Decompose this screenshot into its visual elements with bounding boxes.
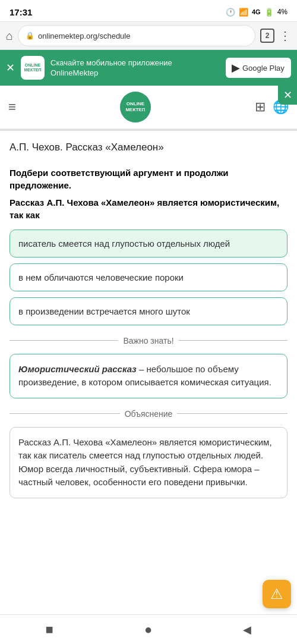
site-header: ≡ ONLINE МЕКТЕП ⊞ 🌐 ✕ [0, 86, 297, 129]
main-content: А.П. Чехов. Рассказ «Хамелеон» Подбери с… [0, 131, 297, 510]
signal-icon: 4G [252, 8, 261, 15]
explanation-box: Рассказ А.П. Чехова «Хамелеон» является … [10, 427, 287, 498]
wifi-icon: 📶 [239, 8, 248, 17]
messenger-icon: 🕐 [226, 8, 235, 17]
answer-option-1[interactable]: писатель смеется над глупостью отдельных… [10, 230, 287, 257]
status-icons: 🕐 📶 4G 🔋 4% [226, 8, 287, 17]
url-box[interactable]: 🔒 onlinemektep.org/schedule [18, 25, 255, 46]
warning-icon: ⚠ [270, 586, 283, 602]
divider-line-left-2 [10, 413, 120, 414]
answer-option-2[interactable]: в нем обличаются человеческие пороки [10, 263, 287, 291]
task-instruction: Подбери соответствующий аргумент и продо… [10, 167, 287, 191]
status-time: 17:31 [10, 7, 32, 17]
banner-close-icon[interactable]: ✕ [6, 61, 15, 74]
explanation-section-label: Объяснение [125, 409, 173, 419]
important-section-label: Важно знать! [123, 336, 173, 345]
grid-icon[interactable]: ⊞ [255, 99, 266, 115]
lock-icon: 🔒 [26, 32, 34, 40]
banner-text: Скачайте мобильное приложение OnlineMekt… [50, 58, 220, 77]
battery-icon: 🔋 [264, 8, 274, 17]
important-section-divider: Важно знать! [10, 336, 287, 345]
header-close-icon[interactable]: ✕ [278, 86, 297, 105]
battery-percent: 4% [277, 8, 287, 16]
browser-menu-icon[interactable]: ⋮ [279, 29, 291, 43]
answer-option-3[interactable]: в произведении встречается много шуток [10, 297, 287, 325]
divider-line-right [179, 340, 287, 341]
nav-square-icon[interactable]: ■ [46, 622, 53, 637]
nav-triangle-icon[interactable]: ◀ [243, 623, 251, 636]
task-premise: Рассказ А.П. Чехова «Хамелеон» является … [10, 196, 287, 221]
page-title: А.П. Чехов. Рассказ «Хамелеон» [10, 140, 287, 155]
important-box: Юмористический рассказ – небольшое по об… [10, 354, 287, 398]
divider-line-right-2 [177, 413, 287, 414]
url-text: onlinemektep.org/schedule [38, 32, 130, 40]
tab-count[interactable]: 2 [260, 29, 274, 43]
explanation-text: Рассказ А.П. Чехова «Хамелеон» является … [18, 437, 272, 488]
browser-bar: ⌂ 🔒 onlinemektep.org/schedule 2 ⋮ [0, 21, 297, 50]
status-bar: 17:31 🕐 📶 4G 🔋 4% [0, 0, 297, 21]
banner-logo: ONLINE МЕКТЕП [21, 56, 45, 80]
google-play-label: Google Play [242, 64, 285, 73]
google-play-icon: ▶ [232, 61, 240, 74]
bottom-nav: ■ ● ◀ [0, 614, 297, 644]
banner-text-main: Скачайте мобильное приложение [50, 58, 220, 68]
hamburger-icon[interactable]: ≡ [8, 99, 16, 115]
site-logo: ONLINE МЕКТЕП [120, 92, 151, 122]
nav-circle-icon[interactable]: ● [144, 622, 152, 637]
divider-line-left [10, 340, 118, 341]
warning-fab[interactable]: ⚠ [263, 580, 291, 608]
banner-text-sub: OnlineMektep [50, 68, 220, 77]
home-icon[interactable]: ⌂ [6, 29, 13, 43]
important-box-bold: Юмористический рассказ [18, 364, 137, 374]
app-banner: ✕ ONLINE МЕКТЕП Скачайте мобильное прило… [0, 50, 297, 86]
google-play-button[interactable]: ▶ Google Play [226, 58, 291, 78]
explanation-section-divider: Объяснение [10, 409, 287, 419]
